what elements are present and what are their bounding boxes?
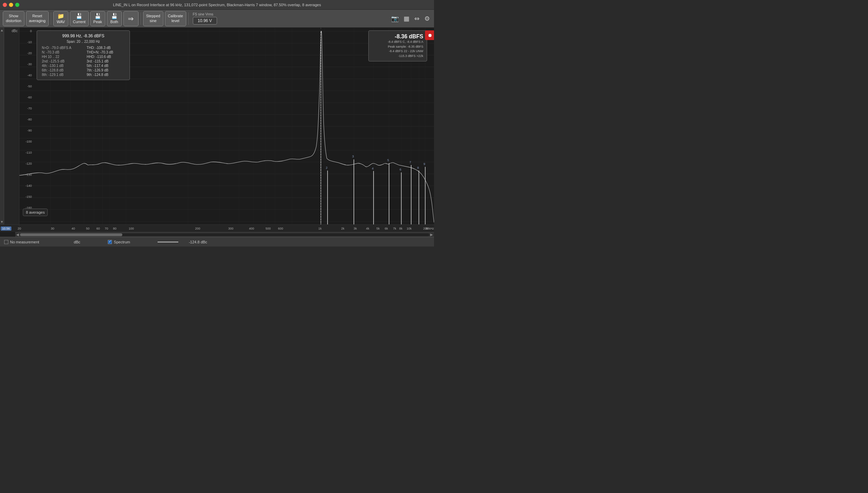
grid-icon[interactable]: ▦ [402, 13, 411, 24]
x-tick-80: 80 [113, 227, 116, 230]
expand-icon[interactable]: ⇔ [413, 13, 421, 24]
status-dbc-label: dBc [74, 240, 80, 244]
chart-container[interactable]: 2 3 4 5 6 7 8 [19, 28, 434, 224]
x-tick-1k: 1k [318, 227, 322, 230]
averages-badge: 8 averages [23, 209, 48, 216]
h4-label: 4th: -130.1 dB [40, 64, 85, 68]
x-tick-8k: 8k [399, 227, 403, 230]
svg-text:2: 2 [326, 165, 328, 169]
spectrum-checkbox-area[interactable]: Spectrum [108, 240, 130, 244]
no-measurement-checkbox[interactable] [4, 240, 8, 244]
x-tick-70: 70 [105, 227, 108, 230]
close-button[interactable] [3, 3, 7, 7]
x-axis-selected: 10.56 [1, 226, 11, 231]
main-area: ▲ ▼ dBc [0, 28, 434, 237]
thdn-label: THD+N: -70.3 dB [85, 50, 126, 55]
hhd-label: HHD: -110.6 dB [85, 55, 126, 59]
x-tick-30: 30 [51, 227, 54, 230]
minimize-button[interactable] [9, 3, 13, 7]
show-distortion-label: Show distortion [6, 14, 21, 23]
x-tick-10k: 10k [407, 227, 412, 230]
maximize-button[interactable] [15, 3, 19, 7]
x-tick-4k: 4k [366, 227, 369, 230]
window-controls[interactable] [3, 3, 19, 7]
save-current-icon: 💾 [76, 13, 83, 19]
distortion-row-h4: 4th: -130.1 dB 5th: -117.4 dB [40, 64, 126, 68]
y-axis-label: dBc [12, 29, 18, 33]
reset-averaging-label: Reset averaging [29, 14, 46, 23]
distortion-row-n: N: -70.3 dB THD+N: -70.3 dB [40, 50, 126, 55]
arrow-button[interactable]: ⇒ [123, 11, 139, 26]
status-line-indicator [158, 242, 178, 242]
n-label: N: -70.3 dB [40, 50, 85, 55]
h2-label: 2nd: -125.5 dB [40, 59, 85, 64]
distortion-row-h2: 2nd: -125.5 dB 3rd: -115.1 dB [40, 59, 126, 64]
peak-sub-2: Peak sample: -8.35 dBFS [372, 45, 423, 49]
svg-text:4: 4 [372, 166, 374, 170]
peak-sub-1: -8.4 dBFS C, -8.4 dBFS A [372, 40, 423, 45]
x-tick-200: 200 [195, 227, 200, 230]
record-icon: ⏺ [427, 32, 432, 38]
settings-icon[interactable]: ⚙ [423, 13, 431, 24]
scroll-up-arrow[interactable]: ▲ [0, 28, 4, 32]
fs-sine-section: FS sine Vrms 10.96 V [193, 12, 217, 25]
separator-1 [51, 12, 51, 25]
left-scroll[interactable]: ▲ ▼ [0, 28, 4, 224]
show-distortion-button[interactable]: Show distortion [3, 11, 25, 26]
scrollbar-thumb[interactable] [20, 233, 122, 236]
folder-icon: 📁 [57, 13, 64, 19]
x-tick-600: 600 [278, 227, 283, 230]
separator-2 [141, 12, 141, 25]
fs-sine-value[interactable]: 10.96 V [193, 17, 217, 25]
peak-button[interactable]: 💾 Peak [90, 11, 105, 26]
svg-text:7: 7 [409, 160, 411, 164]
wav-label: WAV [57, 20, 65, 24]
peak-main-value: -8.36 dBFS [372, 33, 423, 40]
camera-icon[interactable]: 📷 [390, 13, 400, 24]
h3-label: 3rd: -115.1 dB [85, 59, 126, 64]
arrow-icon: ⇒ [128, 14, 134, 23]
reset-averaging-button[interactable]: Reset averaging [26, 11, 49, 26]
current-button[interactable]: 💾 Current [70, 11, 89, 26]
scrollbar-left-arrow[interactable]: ◀ [15, 233, 20, 236]
scrollbar-area[interactable]: ◀ ▶ [15, 232, 434, 237]
calibrate-level-button[interactable]: Calibrate level [165, 11, 186, 26]
no-measurement-checkbox-area[interactable]: No measurement [4, 240, 39, 244]
distortion-row-h8: 8th: -129.1 dB 9th: -124.8 dB [40, 72, 126, 77]
svg-text:3: 3 [352, 154, 354, 158]
record-button[interactable]: ⏺ [425, 30, 434, 40]
stepped-sine-label: Stepped sine [146, 14, 160, 23]
x-tick-100: 100 [129, 227, 134, 230]
x-tick-2k: 2k [341, 227, 345, 230]
h6-label: 6th: -128.8 dB [40, 68, 85, 72]
both-label: Both [110, 20, 118, 24]
save-both-icon: 💾 [111, 13, 118, 19]
x-tick-20: 20 [18, 227, 21, 230]
distortion-table: N+D: -79.0 dBFS A THD: -108.3 dB N: -70.… [40, 46, 126, 77]
spectrum-checkbox[interactable] [108, 240, 112, 244]
thd-label: THD: -108.3 dB [85, 46, 126, 50]
svg-text:5: 5 [387, 158, 389, 162]
both-button[interactable]: 💾 Both [107, 11, 122, 26]
status-bar: No measurement dBc Spectrum -124.8 dBc [0, 237, 434, 246]
distortion-info-box: 999.98 Hz, -8.36 dBFS Span: 20 .. 22,000… [37, 30, 130, 80]
stepped-sine-button[interactable]: Stepped sine [143, 11, 163, 26]
x-tick-7k: 7k [393, 227, 396, 230]
distortion-span: Span: 20 .. 22,000 Hz [40, 40, 126, 44]
x-tick-5k: 5k [376, 227, 380, 230]
scrollbar-right-arrow[interactable]: ▶ [429, 233, 434, 236]
current-label: Current [73, 20, 86, 24]
toolbar: Show distortion Reset averaging 📁 WAV 💾 … [0, 10, 434, 28]
scroll-down-arrow[interactable]: ▼ [0, 220, 4, 224]
y-axis: dBc [4, 28, 19, 224]
distortion-row-h6: 6th: -128.8 dB 7th: -126.9 dB [40, 68, 126, 72]
peak-label: Peak [93, 20, 102, 24]
spectrum-label: Spectrum [114, 240, 130, 244]
scrollbar-track[interactable] [20, 233, 429, 236]
h7-label: 7th: -126.9 dB [85, 68, 126, 72]
peak-sub-3: -8.4 dBFS 22 - 22k UNW [372, 49, 423, 54]
svg-text:8: 8 [417, 165, 419, 169]
x-tick-500: 500 [265, 227, 271, 230]
wav-button[interactable]: 📁 WAV [53, 11, 68, 26]
title-bar: LINE_IN L on Record Interface at 96 kHz,… [0, 0, 434, 10]
